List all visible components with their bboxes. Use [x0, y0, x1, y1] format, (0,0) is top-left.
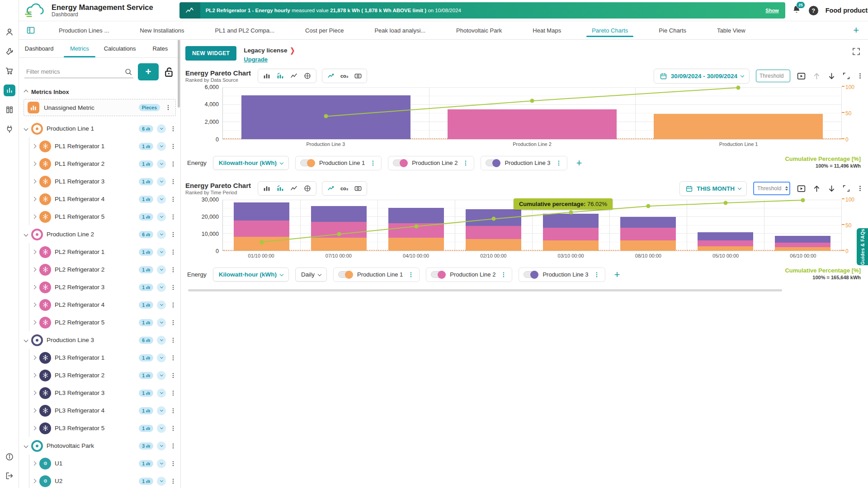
move-up-icon[interactable] [812, 72, 821, 80]
expand-chevron-icon[interactable] [32, 320, 37, 325]
unlock-icon[interactable] [163, 66, 175, 78]
expand-widget-icon[interactable] [842, 72, 850, 80]
trend-line-icon[interactable] [327, 184, 335, 192]
widget-kebab-menu-icon[interactable] [857, 184, 863, 192]
series-kebab-menu-icon[interactable] [369, 160, 377, 167]
expand-widget-icon[interactable] [842, 184, 850, 192]
play-presentation-icon[interactable] [797, 71, 806, 81]
add-series-button[interactable]: + [614, 269, 620, 281]
sidebar-tab-metrics[interactable]: Metrics [59, 40, 99, 57]
move-down-icon[interactable] [827, 184, 836, 193]
dashboard-tab-pareto-charts[interactable]: Pareto Charts [576, 21, 643, 39]
pareto-chart-icon[interactable] [276, 72, 284, 80]
guides-faqs-tab[interactable]: Guides & FAQs [857, 228, 868, 265]
pareto-chart-icon[interactable] [276, 184, 284, 192]
kebab-menu-icon[interactable] [170, 231, 177, 238]
cost-icon[interactable] [354, 72, 362, 80]
expand-chevron-icon[interactable] [24, 232, 28, 237]
kebab-menu-icon[interactable] [170, 196, 177, 203]
add-dashboard-tab-button[interactable]: + [849, 21, 863, 39]
node-dropdown-button[interactable] [157, 318, 166, 327]
kebab-menu-icon[interactable] [170, 372, 177, 379]
node-dropdown-button[interactable] [157, 300, 166, 310]
expand-chevron-icon[interactable] [32, 144, 37, 149]
dashboard-tab-pl1-and-pl2-compa[interactable]: PL1 and PL2 Compa... [200, 21, 290, 39]
unit-dropdown[interactable]: Kilowatt-hour (kWh) [213, 156, 289, 170]
cart-icon[interactable] [4, 65, 15, 77]
expand-chevron-icon[interactable] [32, 356, 37, 360]
node-dropdown-button[interactable] [157, 195, 166, 204]
expand-chevron-icon[interactable] [32, 267, 37, 272]
tools-icon[interactable] [4, 46, 15, 57]
node-dropdown-button[interactable] [157, 353, 166, 362]
series-kebab-menu-icon[interactable] [500, 271, 507, 278]
unassigned-metric-row[interactable]: Unassigned Metric Pieces [24, 99, 176, 116]
sidebar-toggle-icon[interactable] [26, 21, 35, 39]
tree-row-u1[interactable]: U11 [19, 455, 180, 472]
threshold-input[interactable] [753, 182, 790, 195]
dashboard-tab-cost-per-piece[interactable]: Cost per Piece [290, 21, 359, 39]
expand-chevron-icon[interactable] [24, 338, 28, 343]
analytics-icon[interactable] [4, 84, 15, 96]
donut-chart-icon[interactable] [303, 184, 311, 192]
stepper-icon[interactable] [785, 186, 788, 191]
tree-row-pl2-refrigerator-3[interactable]: PL2 Refrigerator 31 [19, 278, 180, 296]
co2-icon[interactable]: co₂ [340, 73, 349, 79]
plug-icon[interactable] [4, 123, 15, 135]
cost-icon[interactable] [354, 184, 362, 192]
metrics-inbox-header[interactable]: Metrics Inbox [19, 85, 180, 97]
sidebar-tab-rates[interactable]: Rates [140, 40, 180, 57]
node-dropdown-button[interactable] [157, 160, 166, 169]
dashboard-tab-photovoltaic-park[interactable]: Photovoltaic Park [441, 21, 517, 39]
node-dropdown-button[interactable] [157, 424, 166, 433]
fullscreen-icon[interactable] [852, 47, 861, 58]
node-dropdown-button[interactable] [157, 406, 166, 415]
node-dropdown-button[interactable] [157, 142, 166, 151]
dashboard-tab-production-lines[interactable]: Production Lines ... [43, 21, 124, 39]
node-dropdown-button[interactable] [157, 371, 166, 380]
trend-line-icon[interactable] [327, 72, 335, 80]
tree-row-u2[interactable]: U21 [19, 472, 180, 488]
upgrade-link[interactable]: Upgrade [244, 55, 295, 64]
node-dropdown-button[interactable] [157, 459, 166, 468]
date-range-picker[interactable]: 30/09/2024 - 30/09/2024 [654, 69, 750, 84]
node-dropdown-button[interactable] [157, 441, 166, 450]
dashboard-tab-table-view[interactable]: Table View [702, 21, 761, 39]
interval-dropdown[interactable]: Daily [295, 267, 327, 282]
expand-chevron-icon[interactable] [32, 408, 37, 413]
expand-chevron-icon[interactable] [24, 444, 28, 448]
expand-chevron-icon[interactable] [32, 461, 37, 466]
tree-row-pl3-refrigerator-2[interactable]: PL3 Refrigerator 21 [19, 366, 180, 384]
node-dropdown-button[interactable] [157, 336, 166, 345]
expand-chevron-icon[interactable] [32, 391, 37, 395]
kebab-menu-icon[interactable] [170, 354, 177, 361]
notifications-bell-icon[interactable]: 25 [792, 5, 802, 16]
tree-row-pl1-refrigerator-2[interactable]: PL1 Refrigerator 21 [19, 155, 180, 173]
tree-row-production-line-2[interactable]: Production Line 26 [19, 225, 180, 243]
node-dropdown-button[interactable] [157, 477, 166, 486]
play-presentation-icon[interactable] [797, 184, 806, 193]
tree-row-pl1-refrigerator-5[interactable]: PL1 Refrigerator 51 [19, 208, 180, 225]
kebab-menu-icon[interactable] [170, 125, 177, 132]
series-kebab-menu-icon[interactable] [462, 160, 469, 167]
tree-row-pl1-refrigerator-1[interactable]: PL1 Refrigerator 11 [19, 137, 180, 155]
user-icon[interactable] [4, 26, 15, 38]
tree-row-pl1-refrigerator-4[interactable]: PL1 Refrigerator 41 [19, 190, 180, 208]
expand-chevron-icon[interactable] [32, 285, 37, 290]
kebab-menu-icon[interactable] [170, 442, 177, 450]
kebab-menu-icon[interactable] [170, 266, 177, 273]
sidebar-tab-dashboard[interactable]: Dashboard [19, 40, 59, 57]
move-down-icon[interactable] [827, 72, 836, 80]
sidebar-scrollbar[interactable] [178, 40, 180, 108]
series-toggle[interactable] [338, 271, 353, 278]
tree-row-pl3-refrigerator-3[interactable]: PL3 Refrigerator 31 [19, 384, 180, 402]
bar-chart-icon[interactable] [263, 184, 271, 192]
tree-row-pl3-refrigerator-4[interactable]: PL3 Refrigerator 41 [19, 402, 180, 419]
series-kebab-menu-icon[interactable] [407, 271, 415, 278]
line-chart-icon[interactable] [290, 184, 298, 192]
tree-row-pl2-refrigerator-4[interactable]: PL2 Refrigerator 41 [19, 296, 180, 314]
kebab-menu-icon[interactable] [170, 337, 177, 344]
new-widget-button[interactable]: NEW WIDGET [185, 46, 236, 61]
kebab-menu-icon[interactable] [170, 160, 177, 168]
kebab-menu-icon[interactable] [170, 301, 177, 309]
